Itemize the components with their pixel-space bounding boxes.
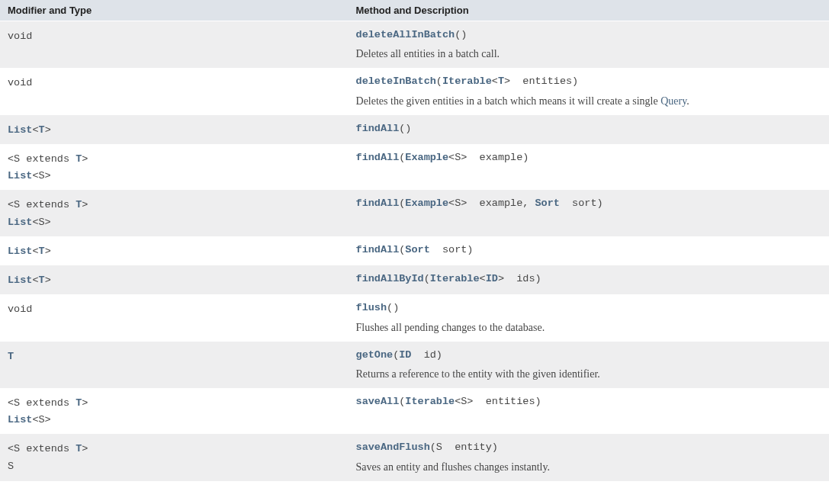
table-header-row: Modifier and Type Method and Description — [0, 0, 829, 21]
table-row: voiddeleteInBatch(Iterable<T> entities)D… — [0, 68, 829, 114]
code-text: > — [82, 199, 88, 210]
code-text: ( — [424, 273, 430, 284]
code-text: ( — [436, 75, 442, 87]
method-summary-table: Modifier and Type Method and Description… — [0, 0, 829, 481]
code-text: > — [82, 153, 88, 165]
method-cell: flush()Flushes all pending changes to th… — [349, 294, 829, 341]
table-row: <S extends T> List<S>findAll(Example<S> … — [0, 190, 829, 236]
method-cell: deleteAllInBatch()Deletes all entities i… — [349, 21, 829, 69]
method-link[interactable]: findAll — [356, 152, 400, 163]
type-link[interactable]: Query — [660, 95, 686, 107]
type-link[interactable]: Sort — [535, 197, 560, 209]
modifier-cell: List<T> — [0, 236, 349, 265]
type-link[interactable]: Example — [405, 152, 448, 163]
type-link[interactable]: T — [498, 75, 504, 87]
type-link[interactable]: List — [8, 124, 32, 136]
method-signature: findAll(Sort sort) — [356, 242, 821, 258]
method-signature: findAllById(Iterable<ID> ids) — [356, 271, 821, 287]
modifier-cell: <S extends T> List<S> — [0, 190, 349, 236]
code-text: < — [32, 124, 38, 136]
code-text: > — [45, 124, 51, 136]
method-link[interactable]: getOne — [356, 349, 394, 361]
modifier-cell: <S extends T> List<S> — [0, 144, 349, 191]
code-text: <S> — [32, 217, 50, 228]
method-signature: saveAndFlush(S entity) — [356, 440, 821, 455]
method-link[interactable]: findAllById — [356, 273, 424, 284]
type-link[interactable]: Iterable — [442, 75, 492, 87]
method-cell: findAll(Example<S> example, Sort sort) — [349, 190, 829, 236]
header-method: Method and Description — [349, 0, 829, 21]
code-text: <S> example, — [448, 197, 535, 209]
modifier-cell: T — [0, 342, 349, 388]
type-link[interactable]: ID — [486, 273, 498, 284]
type-link[interactable]: Iterable — [430, 273, 480, 284]
type-link[interactable]: Iterable — [405, 396, 455, 407]
method-link[interactable]: deleteAllInBatch — [356, 29, 455, 40]
method-signature: getOne(ID id) — [356, 348, 821, 363]
desc-text: Flushes all pending changes to the datab… — [356, 322, 545, 333]
method-cell: findAllById(Iterable<ID> ids) — [349, 265, 829, 294]
method-signature: saveAll(Iterable<S> entities) — [356, 394, 821, 409]
code-text: void — [8, 30, 32, 42]
method-link[interactable]: findAll — [356, 244, 400, 255]
method-description: Deletes the given entities in a batch wh… — [356, 93, 821, 109]
method-link[interactable]: deleteInBatch — [356, 75, 436, 87]
method-cell: saveAll(Iterable<S> entities) — [349, 388, 829, 435]
method-link[interactable]: saveAndFlush — [356, 441, 430, 453]
method-description: Returns a reference to the entity with t… — [356, 366, 821, 382]
code-text: <S extends — [8, 199, 76, 210]
type-link[interactable]: List — [8, 414, 32, 425]
method-description: Deletes all entities in a batch call. — [356, 46, 821, 62]
desc-text: Deletes the given entities in a batch wh… — [356, 95, 661, 107]
table-row: <S extends T> List<S>findAll(Example<S> … — [0, 144, 829, 191]
type-link[interactable]: Example — [405, 197, 448, 209]
method-description: Saves an entity and flushes changes inst… — [356, 459, 821, 475]
type-link[interactable]: T — [39, 124, 45, 136]
table-row: TgetOne(ID id)Returns a reference to the… — [0, 342, 829, 388]
modifier-cell: void — [0, 68, 349, 114]
type-link[interactable]: ID — [399, 349, 411, 361]
method-cell: findAll(Sort sort) — [349, 236, 829, 265]
code-text: <S> example) — [448, 152, 529, 163]
code-text: < — [32, 274, 38, 286]
method-signature: deleteAllInBatch() — [356, 27, 821, 43]
type-link[interactable]: Sort — [405, 244, 429, 255]
table-row: List<T>findAll() — [0, 115, 829, 144]
code-text: () — [399, 123, 411, 134]
desc-text: Saves an entity and flushes changes inst… — [356, 461, 551, 473]
method-link[interactable]: flush — [356, 302, 387, 313]
type-link[interactable]: List — [8, 274, 32, 286]
code-text: <S extends — [8, 153, 76, 165]
code-text: () — [455, 29, 467, 40]
code-text: <S> — [32, 414, 50, 425]
type-link[interactable]: T — [39, 246, 45, 257]
modifier-cell: <S extends T> List<S> — [0, 388, 349, 435]
method-link[interactable]: saveAll — [356, 396, 400, 407]
method-signature: deleteInBatch(Iterable<T> entities) — [356, 74, 821, 89]
code-text: () — [387, 302, 399, 313]
method-signature: findAll(Example<S> example, Sort sort) — [356, 196, 821, 211]
code-text: id) — [411, 349, 442, 361]
method-description: Flushes all pending changes to the datab… — [356, 319, 821, 335]
code-text: > — [45, 246, 51, 257]
method-signature: findAll() — [356, 121, 821, 136]
method-cell: saveAndFlush(S entity)Saves an entity an… — [349, 434, 829, 480]
code-text: <S extends — [8, 443, 76, 454]
desc-text: Deletes all entities in a batch call. — [356, 48, 500, 59]
code-text: sort) — [560, 197, 603, 209]
type-link[interactable]: List — [8, 246, 32, 257]
code-text: > — [45, 274, 51, 286]
type-link[interactable]: List — [8, 217, 32, 228]
desc-text: . — [686, 95, 689, 107]
code-text: <S> entities) — [455, 396, 541, 407]
type-link[interactable]: List — [8, 170, 32, 181]
method-link[interactable]: findAll — [356, 123, 400, 134]
modifier-cell: void — [0, 21, 349, 69]
code-text: < — [480, 273, 486, 284]
type-link[interactable]: T — [39, 274, 45, 286]
type-link[interactable]: T — [8, 351, 14, 362]
header-modifier: Modifier and Type — [0, 0, 349, 21]
method-link[interactable]: findAll — [356, 197, 400, 209]
table-row: voiddeleteAllInBatch()Deletes all entiti… — [0, 21, 829, 69]
code-text: <S extends — [8, 397, 76, 409]
